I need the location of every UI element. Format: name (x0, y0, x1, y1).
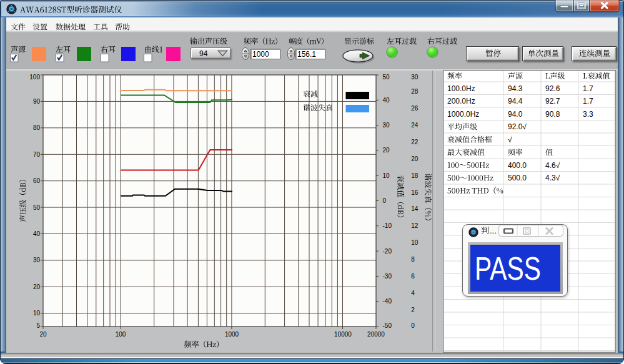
svg-text:200.0Hz: 200.0Hz (447, 97, 475, 106)
svg-text:-40: -40 (383, 298, 392, 305)
svg-text:1.7: 1.7 (583, 84, 593, 93)
svg-text:2: 2 (411, 307, 415, 313)
svg-text:8: 8 (411, 256, 415, 263)
svg-text:0: 0 (383, 197, 387, 204)
svg-text:20: 20 (383, 147, 390, 154)
svg-text:0: 0 (411, 322, 415, 329)
svg-text:26: 26 (411, 105, 418, 112)
svg-text:3.3: 3.3 (583, 110, 593, 119)
svg-text:10: 10 (383, 172, 390, 179)
svg-text:94.0: 94.0 (508, 110, 523, 119)
svg-text:16: 16 (411, 189, 418, 196)
svg-text:-20: -20 (383, 248, 392, 255)
svg-text:92.0√: 92.0√ (508, 122, 527, 131)
svg-text:50: 50 (33, 204, 41, 211)
svg-text:18: 18 (411, 172, 418, 179)
svg-text:94.4: 94.4 (508, 97, 523, 106)
svg-text:50: 50 (383, 74, 390, 81)
svg-text:20: 20 (33, 283, 41, 290)
svg-text:80: 80 (33, 124, 41, 131)
svg-text:500.0: 500.0 (508, 174, 527, 182)
svg-text:14: 14 (411, 205, 418, 212)
svg-text:-50: -50 (383, 322, 392, 329)
svg-text:94.3: 94.3 (508, 84, 523, 93)
svg-text:40: 40 (383, 97, 390, 104)
svg-text:30: 30 (383, 122, 390, 129)
svg-text:90.8: 90.8 (545, 110, 560, 119)
svg-text:400.0: 400.0 (508, 161, 527, 170)
svg-text:28: 28 (411, 88, 418, 95)
svg-text:30: 30 (411, 74, 418, 81)
svg-text:40: 40 (33, 230, 41, 237)
svg-text:10: 10 (33, 310, 41, 317)
svg-text:10000: 10000 (334, 331, 352, 338)
svg-text:92.6: 92.6 (545, 84, 560, 93)
svg-text:1000.0Hz: 1000.0Hz (447, 110, 479, 119)
svg-text:30: 30 (33, 257, 41, 263)
svg-text:10: 10 (411, 239, 418, 246)
svg-text:100.0Hz: 100.0Hz (447, 84, 475, 93)
svg-text:100: 100 (29, 74, 40, 81)
svg-text:...: ... (490, 227, 497, 235)
svg-text:90: 90 (33, 98, 41, 105)
svg-text:-10: -10 (383, 222, 392, 229)
svg-text:24: 24 (411, 122, 418, 129)
svg-text:4: 4 (411, 290, 415, 297)
svg-text:70: 70 (33, 151, 41, 158)
svg-text:60: 60 (33, 177, 41, 184)
svg-text:12: 12 (411, 222, 418, 229)
svg-text:20: 20 (39, 331, 47, 338)
svg-text:100: 100 (116, 331, 126, 338)
svg-text:4.3√: 4.3√ (545, 174, 560, 182)
svg-text:1000: 1000 (225, 331, 239, 338)
svg-text:22: 22 (411, 139, 418, 145)
svg-text:√: √ (508, 135, 512, 144)
svg-text:92.7: 92.7 (545, 97, 560, 106)
svg-text:4.6√: 4.6√ (545, 161, 560, 170)
svg-text:20: 20 (411, 155, 418, 162)
svg-text:5: 5 (36, 322, 40, 329)
svg-text:1.7: 1.7 (583, 97, 593, 106)
svg-text:6: 6 (411, 273, 415, 280)
svg-text:20000: 20000 (367, 331, 385, 338)
svg-text:-30: -30 (383, 273, 392, 280)
